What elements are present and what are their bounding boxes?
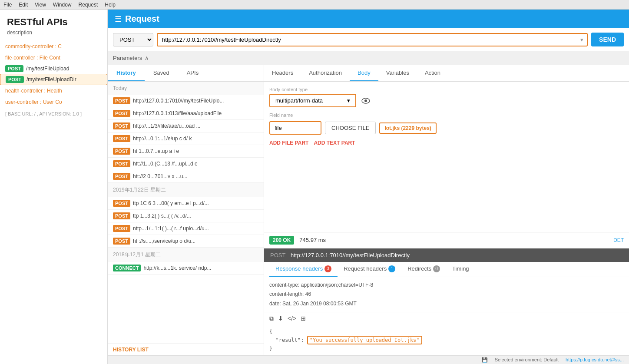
tab-saved[interactable]: Saved [145,65,178,81]
redirects-count: 0 [433,265,440,272]
status-code-badge: 200 OK [269,236,294,245]
response-url: http://127.0.0.1:7010//my/testFileUpload… [291,252,410,258]
hist-method-5: POST [113,148,130,155]
hist-method-9: POST [113,212,130,219]
request-headers-count: 1 [388,265,395,272]
grid-icon[interactable]: ⊞ [301,315,306,322]
history-entry-5[interactable]: POST ht 1...0.7...e.up a i e [108,145,264,158]
history-panel: History Saved APIs Today POST http://127… [108,65,264,355]
tab-redirects[interactable]: Redirects 0 [401,262,446,277]
url-dropdown-icon[interactable]: ▾ [577,34,587,46]
sidebar-section-commodity: commodity-controller : C [0,41,107,52]
menu-view[interactable]: View [35,2,46,8]
file-name-badge: Iot.jks (2229 bytes) [379,122,436,134]
tab-body[interactable]: Body [350,65,378,81]
history-tabs: History Saved APIs [108,65,264,82]
history-entry-6[interactable]: POST htt://1...0.(C...13 /f...upl...d e [108,158,264,170]
content-type-select[interactable]: multipart/form-data ▾ [269,94,356,107]
request-title: Request [125,14,159,24]
history-scroll: Today POST http://127.0.0.1:7010//my/tes… [108,82,264,344]
send-button[interactable]: SEND [591,33,624,46]
download-icon[interactable]: ⬇ [278,315,283,322]
tab-timing[interactable]: Timing [446,262,475,276]
sidebar-description: description [0,30,107,41]
history-date-jan2019: 2019年1月22日 星期二 [108,183,264,197]
app-layout: RESTful APIs description commodity-contr… [0,10,629,364]
history-entry-11[interactable]: POST ht ://s....,/service/up o d/u... [108,235,264,248]
add-file-part-button[interactable]: ADD FILE PART [269,140,308,146]
det-link[interactable]: DET [613,237,624,243]
main-area: ☰ Request POST GET PUT DELETE ▾ SEND Par… [108,10,629,364]
tab-request-headers[interactable]: Request headers 1 [338,262,401,277]
request-tabs: Headers Authorization Body Variables Act… [264,65,629,82]
history-entry-3[interactable]: POST http://...1/3//file/aae/u...oad ... [108,120,264,132]
hist-url-7: htt://2 0...701...v x ...u... [133,173,258,179]
sidebar-meta: [ BASE URL: / , API VERSION: 1.0 ] [0,108,107,120]
response-area: 200 OK 745.97 ms DET POST http://127.0.0… [264,232,629,355]
url-input[interactable] [158,34,577,46]
code-icon[interactable]: </> [288,315,296,322]
tab-history[interactable]: History [108,65,145,81]
json-close-brace: } [269,344,624,353]
sidebar-section-health: health-controller : Health [0,85,107,96]
redirects-label: Redirects [407,265,431,272]
file-upload-row: CHOOSE FILE Iot.jks (2229 bytes) [269,121,624,135]
choose-file-button[interactable]: CHOOSE FILE [325,122,376,134]
hist-method-11: POST [113,238,130,245]
history-entry-7[interactable]: POST htt://2 0...701...v x ...u... [108,170,264,183]
hist-url-6: htt://1...0.(C...13 /f...upl...d e [133,161,258,167]
tab-apis[interactable]: APIs [178,65,207,81]
history-entry-12[interactable]: CONNECT http://k...s...1k. service/ ndp.… [108,262,264,275]
content-type-value: multipart/form-data [275,97,323,104]
params-chevron[interactable]: ∧ [145,55,149,61]
svg-point-1 [364,99,367,102]
request-panel: Headers Authorization Body Variables Act… [264,65,629,355]
menu-help[interactable]: Help [105,2,116,8]
tab-authorization[interactable]: Authorization [301,65,350,81]
response-tabs: Response headers 3 Request headers 1 Red… [264,262,629,277]
hist-method-6: POST [113,160,130,167]
history-entry-4[interactable]: POST http://...0.1:...1/e/up c d/ k [108,132,264,145]
hist-url-3: http://...1/3//file/aae/u...oad ... [133,123,258,129]
selected-env-label: Selected environment: Default [495,357,559,363]
content-split: History Saved APIs Today POST http://127… [108,65,629,355]
history-entry-8[interactable]: POST ttp 1C 6 3 ...00( y em...e l p...d/… [108,197,264,210]
history-entry-2[interactable]: POST http://127.0.0.1:013/file/aaa/uploa… [108,107,264,120]
history-entry-9[interactable]: POST ttp 1...3.2( ) s...( ( /v...d/... [108,210,264,222]
hist-url-12: http://k...s...1k. service/ ndp... [143,265,258,271]
method-select[interactable]: POST GET PUT DELETE [113,33,153,46]
params-bar: Parameters ∧ [108,51,629,65]
response-url-bar: POST http://127.0.0.1:7010//my/testFileU… [264,248,629,262]
eye-icon[interactable] [360,95,372,107]
menu-request[interactable]: Request [79,2,98,8]
sidebar-path-1: /my/testFileUpload [26,66,69,72]
hist-method-10: POST [113,225,130,232]
history-date-today: Today [108,82,264,95]
save-icon[interactable]: 💾 [482,357,488,363]
tab-variables[interactable]: Variables [378,65,417,81]
history-footer[interactable]: HISTORY LIST [108,344,264,355]
content-type-chevron-icon: ▾ [347,97,350,104]
hamburger-icon[interactable]: ☰ [115,14,122,24]
params-label: Parameters [113,55,142,61]
copy-icon[interactable]: ⧉ [269,315,274,322]
bottom-url: https://p.log.cs.do.net/#ss... [566,357,624,363]
content-type-label: Body content type [269,87,624,92]
hist-url-9: ttp 1...3.2( ) s...( ( /v...d/... [133,213,258,219]
field-name-input[interactable] [269,121,321,135]
history-entry-1[interactable]: POST http://127.0.0.1:7010//my/testFileU… [108,95,264,107]
method-badge-post2: POST [6,76,24,83]
sidebar-title: RESTful APIs [0,10,107,30]
sidebar-item-testfileuploaddir[interactable]: POST /my/testFileUploadDir [0,74,107,85]
history-entry-10[interactable]: POST nttp...1/...1:1( )...( r...f uplo..… [108,222,264,235]
tab-headers[interactable]: Headers [264,65,301,81]
menu-window[interactable]: Window [53,2,72,8]
hist-url-5: ht 1...0.7...e.up a i e [133,148,258,154]
response-headers-label: Response headers [275,265,323,272]
sidebar-item-testfileupload[interactable]: POST /my/testFileUpload [0,63,107,74]
add-text-part-button[interactable]: ADD TEXT PART [314,140,355,146]
menu-file[interactable]: File [3,2,12,8]
tab-action[interactable]: Action [417,65,448,81]
tab-response-headers[interactable]: Response headers 3 [269,262,338,277]
menu-edit[interactable]: Edit [19,2,28,8]
